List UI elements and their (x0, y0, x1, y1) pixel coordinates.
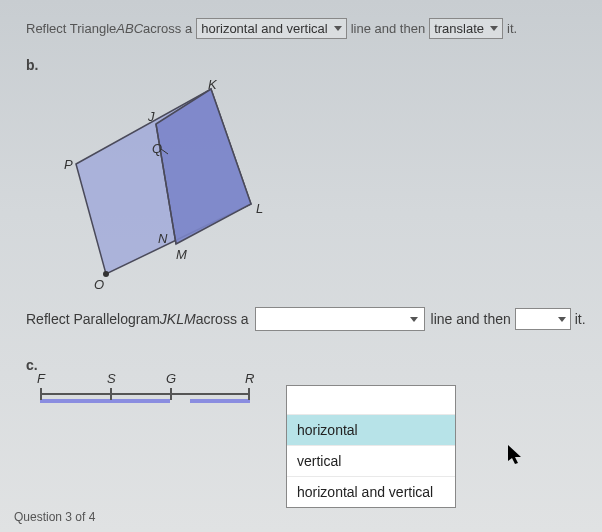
label-Q: Q (152, 141, 162, 156)
label-J: J (148, 109, 155, 124)
number-line-fsgr: F S G R (40, 385, 270, 405)
label-G: G (166, 371, 176, 386)
dropdown-option-horizontal[interactable]: horizontal (287, 414, 455, 445)
label-K: K (208, 77, 217, 92)
dropdown-option-blank[interactable] (287, 386, 455, 414)
svg-marker-5 (508, 445, 521, 464)
parallelogram-figure: K J Q P L N M O (46, 79, 306, 299)
label-P: P (64, 157, 73, 172)
qa-shape: ABC (116, 21, 143, 36)
dropdown-option-both[interactable]: horizontal and vertical (287, 476, 455, 507)
qa-select2-value: translate (434, 21, 484, 36)
label-L: L (256, 201, 263, 216)
tick (40, 388, 42, 400)
label-M: M (176, 247, 187, 262)
label-F: F (37, 371, 45, 386)
tick (170, 388, 172, 400)
label-O: O (94, 277, 104, 292)
figure-svg (46, 79, 306, 299)
chevron-down-icon (334, 26, 342, 31)
qb-mid2: line and then (431, 311, 511, 327)
question-b-line: Reflect Parallelogram JKLM across a line… (26, 307, 594, 331)
part-b-label: b. (26, 57, 594, 73)
tick (248, 388, 250, 400)
label-R: R (245, 371, 254, 386)
question-progress: Question 3 of 4 (14, 510, 95, 524)
qb-shape: JKLM (160, 311, 196, 327)
qb-prefix: Reflect Parallelogram (26, 311, 160, 327)
qa-select-transform[interactable]: translate (429, 18, 503, 39)
mouse-cursor-icon (508, 445, 526, 467)
qa-select-reflection[interactable]: horizontal and vertical (196, 18, 346, 39)
qb-select-transform[interactable] (515, 308, 571, 330)
ruler-segment (40, 399, 170, 403)
qa-mid2: line and then (351, 21, 425, 36)
tick (110, 388, 112, 400)
ruler-segment (190, 399, 250, 403)
qa-mid1: across a (143, 21, 192, 36)
label-N: N (158, 231, 167, 246)
label-S: S (107, 371, 116, 386)
reflection-dropdown-menu[interactable]: horizontal vertical horizontal and verti… (286, 385, 456, 508)
qa-select1-value: horizontal and vertical (201, 21, 327, 36)
chevron-down-icon (410, 317, 418, 322)
qa-suffix: it. (507, 21, 517, 36)
question-a-line: Reflect Triangle ABC across a horizontal… (26, 18, 594, 39)
chevron-down-icon (490, 26, 498, 31)
dropdown-option-vertical[interactable]: vertical (287, 445, 455, 476)
chevron-down-icon (558, 317, 566, 322)
qb-select-reflection[interactable] (255, 307, 425, 331)
qb-suffix: it. (575, 311, 586, 327)
ruler-axis (40, 393, 250, 395)
qa-prefix: Reflect Triangle (26, 21, 116, 36)
qb-mid1: across a (196, 311, 249, 327)
